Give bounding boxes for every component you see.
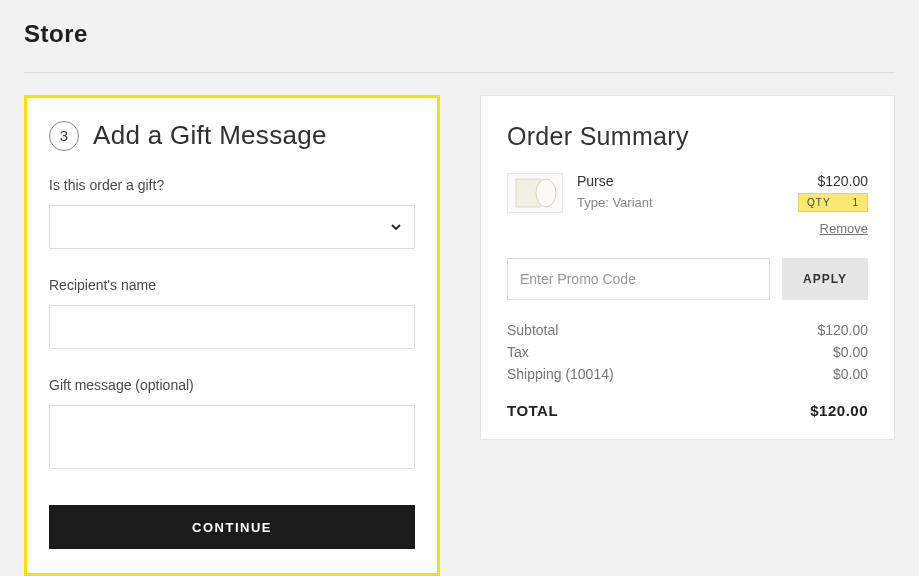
continue-button[interactable]: CONTINUE	[49, 505, 415, 549]
page-title: Store	[24, 20, 895, 48]
item-price: $120.00	[817, 173, 868, 189]
is-gift-select[interactable]	[49, 205, 415, 249]
gift-message-panel: 3 Add a Gift Message Is this order a gif…	[24, 95, 440, 576]
page-header: Store	[0, 0, 919, 72]
product-thumbnail	[507, 173, 563, 213]
tax-line: Tax $0.00	[507, 344, 868, 360]
item-type: Type: Variant	[577, 195, 653, 210]
is-gift-select-wrap	[49, 205, 415, 249]
item-name: Purse	[577, 173, 614, 189]
is-gift-label: Is this order a gift?	[49, 177, 415, 193]
total-line: TOTAL $120.00	[507, 402, 868, 419]
promo-code-input[interactable]	[507, 258, 770, 300]
item-row-mid: Type: Variant QTY 1	[577, 193, 868, 212]
remove-link[interactable]: Remove	[507, 221, 868, 236]
step-title: Add a Gift Message	[93, 120, 327, 151]
cart-item: Purse $120.00 Type: Variant QTY 1	[507, 173, 868, 213]
summary-title: Order Summary	[507, 122, 868, 151]
recipient-label: Recipient's name	[49, 277, 415, 293]
recipient-input[interactable]	[49, 305, 415, 349]
tax-value: $0.00	[833, 344, 868, 360]
subtotal-line: Subtotal $120.00	[507, 322, 868, 338]
item-row-top: Purse $120.00	[577, 173, 868, 189]
shipping-value: $0.00	[833, 366, 868, 382]
qty-label: QTY	[807, 197, 831, 208]
subtotal-label: Subtotal	[507, 322, 558, 338]
item-info: Purse $120.00 Type: Variant QTY 1	[577, 173, 868, 213]
svg-point-1	[536, 179, 556, 207]
qty-badge[interactable]: QTY 1	[798, 193, 868, 212]
subtotal-value: $120.00	[817, 322, 868, 338]
tax-label: Tax	[507, 344, 529, 360]
qty-value: 1	[852, 197, 859, 208]
gift-message-textarea[interactable]	[49, 405, 415, 469]
total-label: TOTAL	[507, 402, 558, 419]
order-summary-panel: Order Summary Purse $120.00 Type: Varian…	[480, 95, 895, 440]
step-header: 3 Add a Gift Message	[49, 120, 415, 151]
gift-message-label: Gift message (optional)	[49, 377, 415, 393]
apply-button[interactable]: APPLY	[782, 258, 868, 300]
shipping-line: Shipping (10014) $0.00	[507, 366, 868, 382]
total-value: $120.00	[810, 402, 868, 419]
step-number-badge: 3	[49, 121, 79, 151]
shipping-label: Shipping (10014)	[507, 366, 614, 382]
content-area: 3 Add a Gift Message Is this order a gif…	[0, 73, 919, 576]
promo-row: APPLY	[507, 258, 868, 300]
